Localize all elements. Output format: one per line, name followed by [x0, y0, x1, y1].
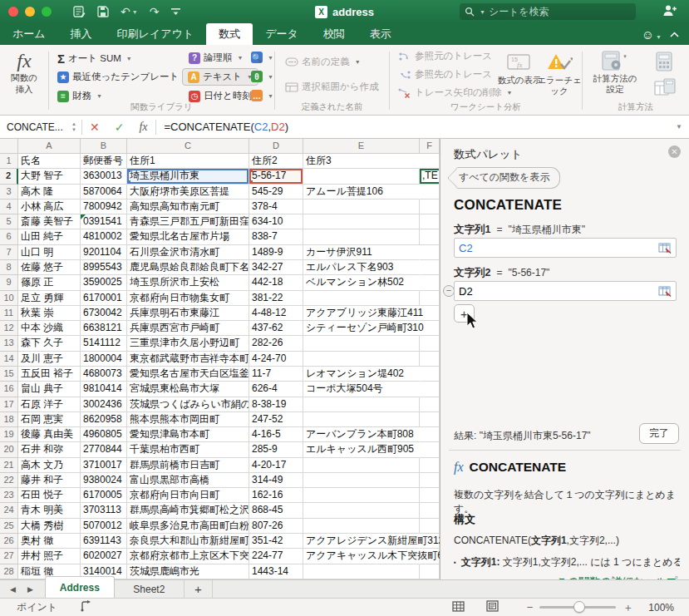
cell-C10[interactable]: 京都府向日市物集女町	[127, 291, 249, 306]
next-sheet-icon[interactable]: ▶	[27, 585, 33, 594]
cell-C28[interactable]: 茨城県鹿嶋市光	[127, 564, 249, 579]
row-header-7[interactable]: 7	[0, 245, 18, 260]
recently-used-button[interactable]: ★ 最近使ったテンプレート▼	[57, 71, 189, 83]
cell-D26[interactable]: 351-42	[249, 534, 303, 549]
cell-E12[interactable]: シティーセゾン戸崎町310	[303, 321, 420, 336]
cell-A6[interactable]: 山田 純子	[18, 229, 81, 244]
cell-D15[interactable]: 11-7	[249, 367, 303, 382]
cell-B21[interactable]: 3710017	[81, 458, 127, 473]
column-header-A[interactable]: A	[18, 139, 81, 154]
sheet-search-field[interactable]: ▼ シートを検索	[460, 3, 636, 20]
tab-review[interactable]: 校閲	[311, 23, 357, 45]
save-icon[interactable]	[97, 6, 109, 17]
row-header-8[interactable]: 8	[0, 260, 18, 275]
tab-formulas[interactable]: 数式	[206, 23, 253, 45]
cell-D4[interactable]: 378-4	[249, 200, 303, 214]
create-from-selection-button[interactable]: 選択範囲から作成	[285, 81, 379, 93]
trace-precedents-button[interactable]: 参照元のトレース	[398, 50, 492, 62]
cell-B13[interactable]: 5141112	[81, 336, 127, 351]
panel-close-icon[interactable]: ✕	[668, 145, 681, 158]
zoom-in-button[interactable]: ＋	[616, 600, 640, 615]
cell-F9[interactable]	[420, 275, 440, 290]
cell-B14[interactable]: 1800004	[81, 352, 127, 367]
cell-E16[interactable]: コーポ大塚504号	[303, 382, 420, 397]
cell-D17[interactable]: 8-38-19	[249, 397, 303, 412]
done-button[interactable]: 完了	[639, 423, 679, 444]
row-header-27[interactable]: 27	[0, 549, 18, 564]
collapse-ribbon-icon[interactable]	[670, 32, 679, 37]
cell-F24[interactable]	[420, 503, 440, 518]
math-trig-button[interactable]: θ▼	[251, 71, 273, 82]
cell-C4[interactable]: 高知県高知市南元町	[127, 200, 249, 214]
cell-F20[interactable]	[420, 442, 440, 457]
arg2-input[interactable]: D2	[454, 281, 677, 301]
range-selector-icon[interactable]	[658, 286, 672, 297]
row-header-16[interactable]: 16	[0, 382, 18, 397]
remove-argument-button[interactable]: −	[443, 285, 455, 297]
financial-button[interactable]: ≡ 財務▼	[57, 90, 102, 102]
cell-D13[interactable]: 282-26	[249, 336, 303, 351]
cell-A23[interactable]: 石田 悦子	[18, 488, 81, 503]
cell-D20[interactable]: 285-9	[249, 442, 303, 457]
row-header-2[interactable]: 2	[0, 169, 18, 184]
cell-F1[interactable]	[420, 154, 440, 169]
select-all-corner[interactable]	[0, 139, 18, 154]
cell-C1[interactable]: 住所1	[127, 154, 249, 169]
formula-bar-expand-icon[interactable]: ▼	[676, 123, 682, 131]
cell-E10[interactable]	[303, 291, 420, 306]
tab-page-layout[interactable]: 印刷レイアウト	[105, 23, 207, 45]
cell-E8[interactable]: エルパレス下名903	[303, 260, 420, 275]
cell-C21[interactable]: 群馬県前橋市日吉町	[127, 458, 249, 473]
cell-E18[interactable]	[303, 412, 420, 427]
cell-B7[interactable]: 9201104	[81, 245, 127, 260]
cell-E7[interactable]: カーサ伊沢911	[303, 245, 420, 260]
row-header-18[interactable]: 18	[0, 412, 18, 427]
cancel-formula-button[interactable]: ✕	[82, 121, 107, 134]
cell-A20[interactable]: 石井 和弥	[18, 442, 81, 457]
calculate-now-button[interactable]	[654, 52, 674, 75]
range-selector-icon[interactable]	[658, 243, 672, 254]
zoom-window-button[interactable]	[42, 7, 52, 17]
previous-sheet-icon[interactable]: ◀	[10, 585, 16, 594]
cell-D5[interactable]: 634-10	[249, 214, 303, 229]
cell-A1[interactable]: 氏名	[18, 154, 81, 169]
cell-D25[interactable]: 807-26	[249, 519, 303, 534]
cell-B26[interactable]: 6391143	[81, 534, 127, 549]
lookup-reference-button[interactable]: 🔍▼	[251, 52, 273, 63]
logical-button[interactable]: ? 論理順▼	[189, 52, 243, 64]
sheet-tab-address[interactable]: Address	[45, 576, 115, 598]
cell-A26[interactable]: 奥村 徹	[18, 534, 81, 549]
cell-A3[interactable]: 高木 隆	[18, 185, 81, 200]
column-header-B[interactable]: B	[81, 139, 127, 154]
arg1-input[interactable]: C2	[454, 238, 677, 258]
cell-F2[interactable]: ,TE	[420, 169, 440, 184]
cell-F13[interactable]	[420, 336, 440, 351]
cell-B16[interactable]: 9810414	[81, 382, 127, 397]
cell-A12[interactable]: 中本 沙織	[18, 321, 81, 336]
cell-D7[interactable]: 1489-9	[249, 245, 303, 260]
cell-C15[interactable]: 愛知県名古屋市天白区塩釜口	[127, 367, 249, 382]
cell-D2[interactable]: 5-56-17	[249, 169, 303, 184]
cell-D11[interactable]: 4-48-12	[249, 306, 303, 321]
cell-E14[interactable]	[303, 352, 420, 367]
cell-E28[interactable]	[303, 564, 420, 579]
cell-C25[interactable]: 岐阜県多治見市高田町白粉	[127, 519, 249, 534]
cell-E5[interactable]	[303, 214, 420, 229]
cell-B17[interactable]: 3002436	[81, 397, 127, 412]
cell-C13[interactable]: 三重県津市久居小野辺町	[127, 336, 249, 351]
cell-E1[interactable]: 住所3	[303, 154, 420, 169]
cell-C12[interactable]: 兵庫県西宮市戸崎町	[127, 321, 249, 336]
cell-A18[interactable]: 石岡 恵実	[18, 412, 81, 427]
zoom-slider-thumb[interactable]	[573, 601, 585, 613]
cell-A8[interactable]: 佐藤 悠子	[18, 260, 81, 275]
cell-E13[interactable]	[303, 336, 420, 351]
cell-C23[interactable]: 京都府向日市向日町	[127, 488, 249, 503]
tab-insert[interactable]: 挿入	[58, 23, 105, 45]
cell-C17[interactable]: 茨城県つくばみらい市絹の台	[127, 397, 249, 412]
search-scope-dropdown-icon[interactable]: ▼	[480, 9, 485, 15]
cell-E2[interactable]	[303, 169, 420, 184]
cell-E27[interactable]: アクアキャッスル木下突抜町6	[303, 549, 420, 564]
cell-C27[interactable]: 京都府京都市上京区木下突抜町	[127, 549, 249, 564]
cell-A15[interactable]: 五反田 裕子	[18, 367, 81, 382]
cell-B12[interactable]: 6638121	[81, 321, 127, 336]
